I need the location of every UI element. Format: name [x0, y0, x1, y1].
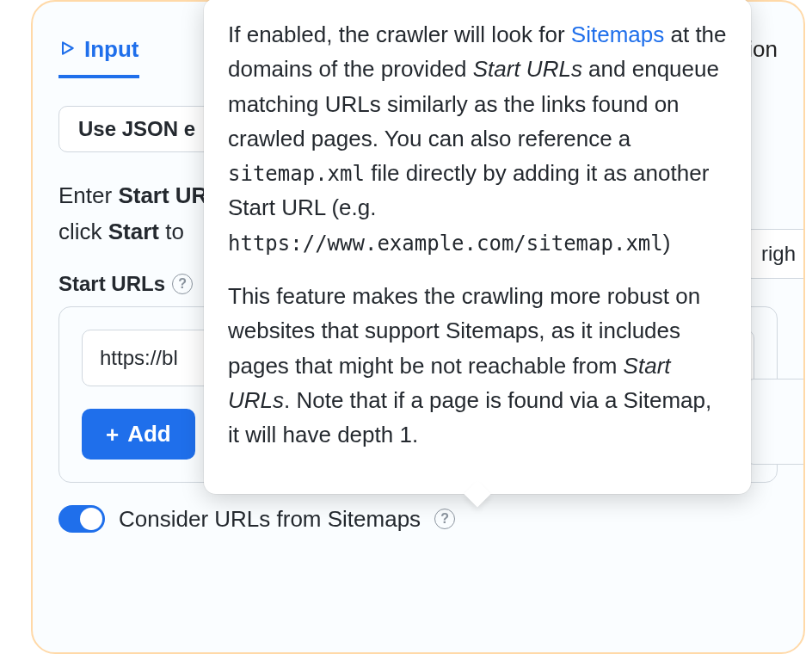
- tt-p1-e: ): [663, 230, 671, 256]
- tt-p1-code1: sitemap.xml: [228, 162, 365, 186]
- instruction-line2-prefix: click: [58, 219, 108, 244]
- consider-sitemaps-label: Consider URLs from Sitemaps: [119, 506, 421, 533]
- tt-p1-a: If enabled, the crawler will look for: [228, 22, 571, 47]
- instruction-bold2: Start: [108, 219, 159, 244]
- use-json-editor-button[interactable]: Use JSON e: [58, 106, 215, 152]
- help-icon[interactable]: ?: [434, 509, 455, 529]
- plus-icon: +: [106, 423, 119, 446]
- tt-p1-code2: https://www.example.com/sitemap.xml: [228, 231, 663, 256]
- sitemaps-link[interactable]: Sitemaps: [571, 22, 664, 47]
- tab-input-label: Input: [84, 36, 139, 63]
- tooltip-paragraph-2: This feature makes the crawling more rob…: [228, 279, 727, 452]
- svg-marker-0: [63, 42, 73, 53]
- add-button-label: Add: [127, 421, 171, 447]
- consider-sitemaps-toggle[interactable]: [58, 505, 105, 533]
- consider-sitemaps-row: Consider URLs from Sitemaps ?: [58, 505, 778, 533]
- help-icon[interactable]: ?: [172, 274, 193, 294]
- tt-p2-b: . Note that if a page is found via a Sit…: [228, 387, 711, 447]
- instruction-prefix: Enter: [58, 182, 118, 208]
- right-partial-box: [745, 379, 805, 465]
- start-urls-label-text: Start URLs: [58, 272, 165, 296]
- instruction-bold1: Start UR: [118, 182, 207, 208]
- add-url-button[interactable]: + Add: [82, 409, 195, 460]
- instruction-line2-suffix: to: [159, 219, 184, 244]
- play-icon: [58, 36, 76, 63]
- use-json-label: Use JSON e: [78, 117, 195, 141]
- tooltip-paragraph-1: If enabled, the crawler will look for Si…: [228, 17, 727, 260]
- tt-p1-i1: Start URLs: [473, 56, 582, 82]
- toggle-knob: [80, 508, 102, 530]
- right-partial-chip[interactable]: righ: [743, 229, 805, 279]
- right-chip-text: righ: [761, 242, 796, 265]
- tab-input[interactable]: Input: [58, 36, 139, 78]
- sitemaps-tooltip: If enabled, the crawler will look for Si…: [204, 0, 751, 494]
